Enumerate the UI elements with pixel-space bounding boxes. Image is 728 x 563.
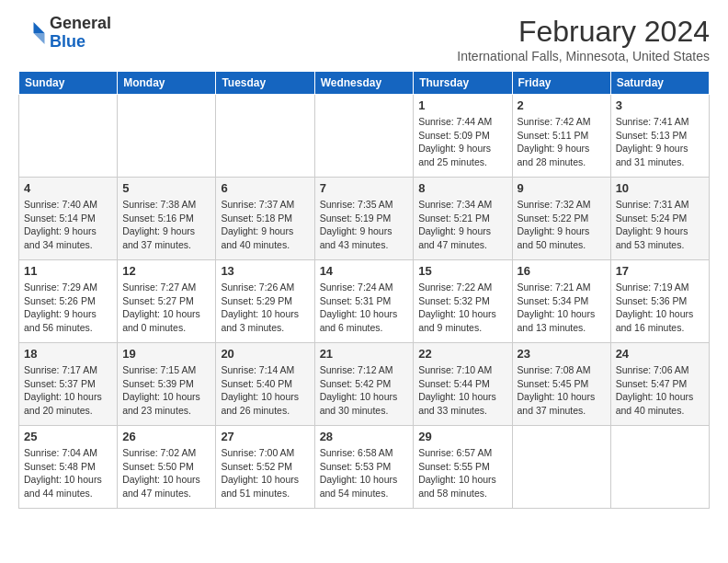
day-number: 12	[122, 264, 210, 278]
day-info: Sunrise: 7:27 AM Sunset: 5:27 PM Dayligh…	[122, 281, 210, 335]
calendar-cell: 3Sunrise: 7:41 AM Sunset: 5:13 PM Daylig…	[610, 95, 709, 178]
day-number: 15	[418, 264, 506, 278]
calendar-cell: 11Sunrise: 7:29 AM Sunset: 5:26 PM Dayli…	[19, 260, 118, 343]
day-number: 21	[320, 347, 409, 361]
day-info: Sunrise: 7:15 AM Sunset: 5:39 PM Dayligh…	[122, 363, 210, 418]
day-info: Sunrise: 7:42 AM Sunset: 5:11 PM Dayligh…	[518, 115, 606, 169]
day-info: Sunrise: 7:22 AM Sunset: 5:32 PM Dayligh…	[418, 281, 506, 335]
calendar-cell: 18Sunrise: 7:17 AM Sunset: 5:37 PM Dayli…	[19, 343, 118, 426]
day-info: Sunrise: 7:41 AM Sunset: 5:13 PM Dayligh…	[616, 115, 704, 169]
calendar-cell	[512, 426, 610, 509]
calendar-cell: 15Sunrise: 7:22 AM Sunset: 5:32 PM Dayli…	[414, 260, 512, 343]
day-info: Sunrise: 7:08 AM Sunset: 5:45 PM Dayligh…	[518, 363, 606, 418]
col-header-tuesday: Tuesday	[216, 72, 314, 95]
day-number: 3	[616, 98, 704, 112]
svg-marker-0	[34, 22, 45, 33]
day-info: Sunrise: 7:17 AM Sunset: 5:37 PM Dayligh…	[24, 363, 112, 418]
day-info: Sunrise: 7:38 AM Sunset: 5:16 PM Dayligh…	[122, 198, 210, 252]
day-info: Sunrise: 7:02 AM Sunset: 5:50 PM Dayligh…	[122, 446, 210, 500]
day-number: 19	[122, 347, 210, 361]
day-number: 16	[518, 264, 606, 278]
calendar-cell	[118, 95, 216, 178]
day-info: Sunrise: 7:00 AM Sunset: 5:52 PM Dayligh…	[221, 446, 309, 500]
day-number: 28	[320, 430, 409, 443]
day-info: Sunrise: 7:12 AM Sunset: 5:42 PM Dayligh…	[320, 363, 409, 418]
logo-general-text: General	[50, 14, 111, 32]
col-header-sunday: Sunday	[19, 72, 118, 95]
calendar-cell: 20Sunrise: 7:14 AM Sunset: 5:40 PM Dayli…	[216, 343, 314, 426]
day-info: Sunrise: 7:34 AM Sunset: 5:21 PM Dayligh…	[418, 198, 506, 252]
calendar-cell: 29Sunrise: 6:57 AM Sunset: 5:55 PM Dayli…	[414, 426, 512, 509]
day-number: 27	[221, 430, 309, 443]
day-info: Sunrise: 7:44 AM Sunset: 5:09 PM Dayligh…	[418, 115, 506, 169]
calendar-cell: 6Sunrise: 7:37 AM Sunset: 5:18 PM Daylig…	[216, 178, 314, 260]
day-info: Sunrise: 7:26 AM Sunset: 5:29 PM Dayligh…	[221, 281, 309, 335]
col-header-saturday: Saturday	[610, 72, 709, 95]
calendar-cell	[314, 95, 414, 178]
calendar: SundayMondayTuesdayWednesdayThursdayFrid…	[18, 71, 710, 509]
col-header-monday: Monday	[118, 72, 216, 95]
day-info: Sunrise: 7:32 AM Sunset: 5:22 PM Dayligh…	[518, 198, 606, 252]
calendar-week-2: 11Sunrise: 7:29 AM Sunset: 5:26 PM Dayli…	[19, 260, 710, 343]
day-number: 18	[24, 347, 112, 361]
day-info: Sunrise: 7:24 AM Sunset: 5:31 PM Dayligh…	[320, 281, 409, 335]
day-number: 25	[24, 430, 112, 443]
logo-icon	[18, 19, 46, 47]
calendar-cell: 1Sunrise: 7:44 AM Sunset: 5:09 PM Daylig…	[414, 95, 512, 178]
calendar-cell	[216, 95, 314, 178]
day-number: 9	[518, 181, 606, 195]
day-number: 8	[418, 181, 506, 195]
calendar-week-0: 1Sunrise: 7:44 AM Sunset: 5:09 PM Daylig…	[19, 95, 710, 178]
day-number: 1	[418, 98, 506, 112]
day-info: Sunrise: 7:14 AM Sunset: 5:40 PM Dayligh…	[221, 363, 309, 418]
day-info: Sunrise: 7:40 AM Sunset: 5:14 PM Dayligh…	[24, 198, 112, 252]
day-info: Sunrise: 7:21 AM Sunset: 5:34 PM Dayligh…	[518, 281, 606, 335]
day-number: 11	[24, 264, 112, 278]
day-number: 26	[122, 430, 210, 443]
calendar-cell: 5Sunrise: 7:38 AM Sunset: 5:16 PM Daylig…	[118, 178, 216, 260]
calendar-cell: 28Sunrise: 6:58 AM Sunset: 5:53 PM Dayli…	[314, 426, 414, 509]
subtitle: International Falls, Minnesota, United S…	[457, 49, 710, 63]
day-info: Sunrise: 7:37 AM Sunset: 5:18 PM Dayligh…	[221, 198, 309, 252]
day-info: Sunrise: 7:10 AM Sunset: 5:44 PM Dayligh…	[418, 363, 506, 418]
calendar-cell: 17Sunrise: 7:19 AM Sunset: 5:36 PM Dayli…	[610, 260, 709, 343]
calendar-cell: 25Sunrise: 7:04 AM Sunset: 5:48 PM Dayli…	[19, 426, 118, 509]
day-number: 7	[320, 181, 409, 195]
calendar-cell	[19, 95, 118, 178]
svg-marker-1	[34, 33, 45, 44]
calendar-cell: 26Sunrise: 7:02 AM Sunset: 5:50 PM Dayli…	[118, 426, 216, 509]
calendar-cell: 10Sunrise: 7:31 AM Sunset: 5:24 PM Dayli…	[610, 178, 709, 260]
day-number: 29	[418, 430, 506, 443]
title-block: February 2024 International Falls, Minne…	[457, 15, 710, 63]
day-number: 10	[616, 181, 704, 195]
day-number: 14	[320, 264, 409, 278]
day-info: Sunrise: 6:57 AM Sunset: 5:55 PM Dayligh…	[418, 446, 506, 500]
col-header-wednesday: Wednesday	[314, 72, 414, 95]
day-info: Sunrise: 7:19 AM Sunset: 5:36 PM Dayligh…	[616, 281, 704, 335]
calendar-cell: 27Sunrise: 7:00 AM Sunset: 5:52 PM Dayli…	[216, 426, 314, 509]
calendar-week-3: 18Sunrise: 7:17 AM Sunset: 5:37 PM Dayli…	[19, 343, 710, 426]
calendar-week-4: 25Sunrise: 7:04 AM Sunset: 5:48 PM Dayli…	[19, 426, 710, 509]
calendar-cell: 14Sunrise: 7:24 AM Sunset: 5:31 PM Dayli…	[314, 260, 414, 343]
day-info: Sunrise: 6:58 AM Sunset: 5:53 PM Dayligh…	[320, 446, 409, 500]
calendar-header-row: SundayMondayTuesdayWednesdayThursdayFrid…	[19, 72, 710, 95]
calendar-cell: 9Sunrise: 7:32 AM Sunset: 5:22 PM Daylig…	[512, 178, 610, 260]
day-number: 22	[418, 347, 506, 361]
day-number: 17	[616, 264, 704, 278]
calendar-cell: 7Sunrise: 7:35 AM Sunset: 5:19 PM Daylig…	[314, 178, 414, 260]
day-number: 20	[221, 347, 309, 361]
calendar-cell: 8Sunrise: 7:34 AM Sunset: 5:21 PM Daylig…	[414, 178, 512, 260]
day-number: 13	[221, 264, 309, 278]
calendar-cell: 16Sunrise: 7:21 AM Sunset: 5:34 PM Dayli…	[512, 260, 610, 343]
header: General Blue February 2024 International…	[18, 15, 710, 63]
day-number: 5	[122, 181, 210, 195]
calendar-cell: 22Sunrise: 7:10 AM Sunset: 5:44 PM Dayli…	[414, 343, 512, 426]
day-info: Sunrise: 7:31 AM Sunset: 5:24 PM Dayligh…	[616, 198, 704, 252]
day-info: Sunrise: 7:35 AM Sunset: 5:19 PM Dayligh…	[320, 198, 409, 252]
logo-blue-text: Blue	[50, 32, 85, 51]
day-number: 24	[616, 347, 704, 361]
col-header-friday: Friday	[512, 72, 610, 95]
page: General Blue February 2024 International…	[0, 0, 728, 563]
day-info: Sunrise: 7:04 AM Sunset: 5:48 PM Dayligh…	[24, 446, 112, 500]
day-number: 2	[518, 98, 606, 112]
